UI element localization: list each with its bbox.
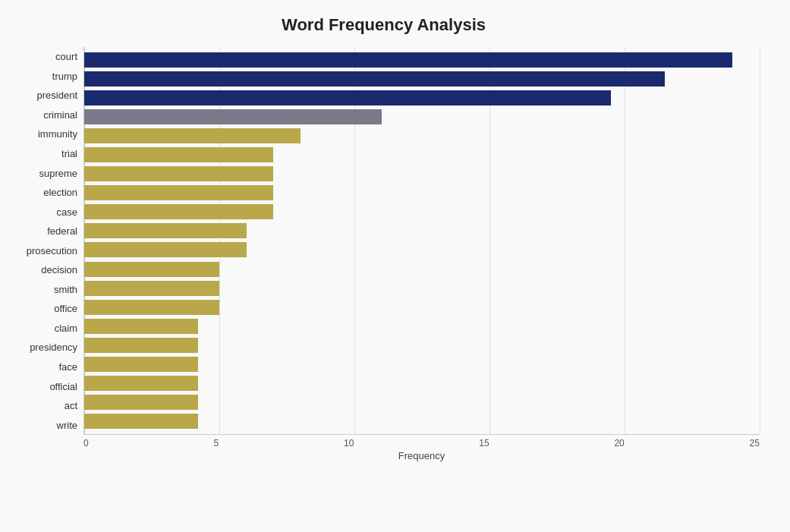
y-label: court bbox=[55, 47, 77, 67]
bar-row bbox=[84, 69, 760, 88]
bar bbox=[84, 90, 611, 105]
bar bbox=[84, 357, 198, 372]
y-label: face bbox=[58, 357, 77, 377]
bar-row bbox=[84, 50, 760, 69]
x-tick: 0 bbox=[83, 438, 89, 449]
y-label: case bbox=[57, 202, 77, 222]
y-label: official bbox=[49, 376, 77, 396]
x-tick: 20 bbox=[614, 438, 624, 449]
x-axis: 0510152025 Frequency bbox=[83, 435, 760, 461]
bar-row bbox=[84, 241, 760, 260]
bar bbox=[84, 242, 247, 257]
bar-row bbox=[84, 374, 760, 393]
chart-container: Word Frequency Analysis courttrumppresid… bbox=[0, 0, 790, 532]
bar bbox=[84, 395, 198, 410]
bar bbox=[84, 281, 219, 296]
bar bbox=[84, 300, 219, 315]
bar bbox=[84, 166, 273, 181]
bar-row bbox=[84, 88, 760, 107]
bar bbox=[84, 262, 219, 277]
bar-row bbox=[84, 165, 760, 184]
y-label: presidency bbox=[30, 338, 77, 357]
bar bbox=[84, 319, 198, 334]
y-label: election bbox=[43, 183, 77, 203]
bar bbox=[84, 109, 382, 124]
y-label: president bbox=[37, 86, 77, 105]
chart-title: Word Frequency Analysis bbox=[8, 15, 760, 35]
bar-row bbox=[84, 316, 760, 335]
y-label: claim bbox=[55, 319, 77, 338]
y-label: prosecution bbox=[27, 241, 77, 260]
y-label: supreme bbox=[39, 163, 77, 183]
bar bbox=[84, 414, 198, 429]
bar bbox=[84, 338, 198, 353]
x-tick: 10 bbox=[344, 438, 354, 449]
y-label: trump bbox=[52, 67, 77, 87]
y-label: decision bbox=[41, 260, 77, 280]
bar-row bbox=[84, 260, 760, 279]
bar-row bbox=[84, 335, 760, 354]
y-label: criminal bbox=[43, 105, 77, 125]
bar-row bbox=[84, 107, 760, 126]
bar-row bbox=[84, 222, 760, 241]
y-label: immunity bbox=[38, 124, 77, 144]
y-label: office bbox=[54, 299, 77, 319]
x-axis-label: Frequency bbox=[83, 450, 760, 461]
x-tick: 15 bbox=[479, 438, 489, 449]
y-label: act bbox=[65, 396, 77, 416]
bar-row bbox=[84, 412, 760, 431]
y-label: trial bbox=[61, 144, 77, 164]
bar-row bbox=[84, 126, 760, 145]
bar-row bbox=[84, 355, 760, 374]
bar bbox=[84, 128, 301, 143]
bar bbox=[84, 185, 273, 200]
y-label: federal bbox=[47, 222, 77, 241]
bar bbox=[84, 204, 273, 219]
bar bbox=[84, 147, 273, 162]
bars-and-grid bbox=[83, 47, 760, 435]
x-tick: 5 bbox=[214, 438, 219, 449]
bar-row bbox=[84, 184, 760, 203]
bar-row bbox=[84, 279, 760, 297]
chart-area: courttrumppresidentcriminalimmunitytrial… bbox=[8, 47, 760, 435]
bar-row bbox=[84, 203, 760, 222]
bar bbox=[84, 376, 198, 391]
x-tick: 25 bbox=[750, 438, 760, 449]
bar bbox=[84, 52, 732, 68]
y-label: write bbox=[57, 415, 77, 435]
grid-line bbox=[760, 47, 760, 434]
bar-row bbox=[84, 145, 760, 164]
bar-row bbox=[84, 393, 760, 412]
bar bbox=[84, 223, 247, 238]
y-axis: courttrumppresidentcriminalimmunitytrial… bbox=[8, 47, 83, 435]
y-label: smith bbox=[54, 280, 77, 300]
bar-row bbox=[84, 297, 760, 316]
bar bbox=[84, 71, 665, 87]
